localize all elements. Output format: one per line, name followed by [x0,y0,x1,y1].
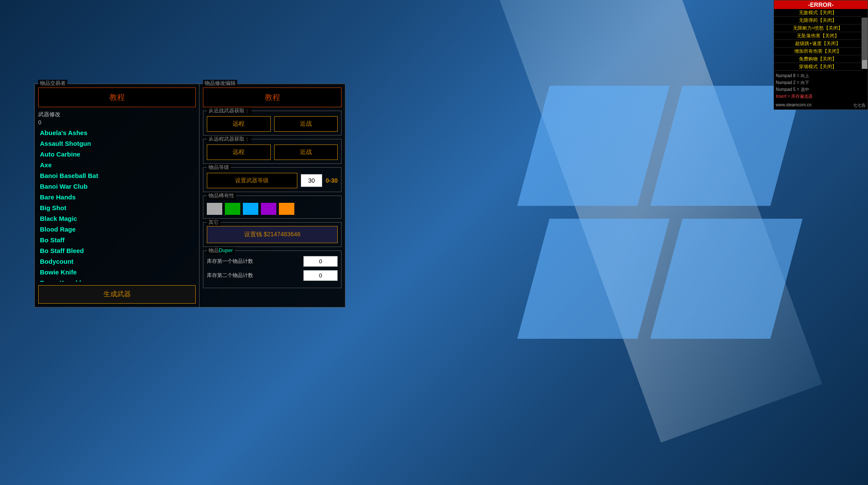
set-money-button[interactable]: 设置钱 $2147483646 [207,226,338,243]
melee-section-label: 从近战武器获取： [207,107,251,114]
weapon-item-5[interactable]: Banoi War Club [38,181,196,192]
key-down: Numpad 2 = 向下 [776,79,866,86]
right-panel: 物品修改编辑 教程 从近战武器获取： 远程 近战 从远程武器获取： 远程 近战 … [200,84,345,307]
weapon-item-10[interactable]: Bo Staff [38,235,196,245]
win-logo-sq3 [517,219,669,339]
right-tutorial-button[interactable]: 教程 [203,87,342,107]
error-keys: Numpad 8 = 向上 Numpad 2 = 向下 Numpad 5 = 选… [774,71,868,102]
weapon-item-7[interactable]: Big Shot [38,202,196,213]
duper-label-text: 物品 [209,247,219,253]
level-row: 设置武器等级 0-30 [207,173,338,188]
menu-item-wall[interactable]: 穿墙模式【关闭】 [774,63,862,71]
duper-slot1-label: 库存第一个物品计数 [207,258,300,265]
main-panel: 物品交易者 教程 武器修改 0 Abuela's Ashes Assault S… [34,84,345,307]
weapon-item-2[interactable]: Auto Carbine [38,149,196,160]
rarity-btn-orange[interactable] [279,203,294,215]
left-panel-title: 物品交易者 [38,80,67,87]
weapon-item-0[interactable]: Abuela's Ashes [38,127,196,138]
weapon-list-container: Abuela's Ashes Assault Shotgun Auto Carb… [38,127,196,282]
duper-slot1-row: 库存第一个物品计数 [207,256,338,267]
rarity-btn-purple[interactable] [261,203,276,215]
level-section: 物品等级 设置武器等级 0-30 [203,167,342,192]
duper-label-accent: Duper [219,247,233,253]
key-select: Numpad 5 = 选中 [776,86,866,93]
rarity-section-label: 物品稀有性 [207,192,236,199]
ranged-section-label: 从远程武器获取： [207,136,251,143]
error-scrollbar[interactable] [862,18,868,69]
menu-item-fall[interactable]: 无坠落伤害【关闭】 [774,32,862,40]
melee-remote-button[interactable]: 远程 [207,116,271,132]
ranged-btn-row: 远程 近战 [207,145,338,160]
weapon-item-14[interactable]: Brass Knuckles [38,277,196,282]
menu-item-shop[interactable]: 免费购物【关闭】 [774,55,862,63]
menu-item-ammo[interactable]: 无限弹药【关闭】 [774,17,862,24]
menu-item-damage[interactable]: 增加所有伤害【关闭】 [774,48,862,55]
duper-slot2-input[interactable] [303,270,338,281]
weapon-mod-label: 武器修改 [38,111,196,118]
other-section: 其它 设置钱 $2147483646 [203,222,342,247]
menu-item-godmode[interactable]: 无敌模式【关闭】 [774,9,862,17]
weapon-item-12[interactable]: Bodycount [38,256,196,267]
duper-slot2-row: 库存第二个物品计数 [207,270,338,281]
ranged-remote-button[interactable]: 远程 [207,145,271,160]
ranged-melee-button[interactable]: 近战 [274,145,338,160]
weapon-item-8[interactable]: Black Magic [38,213,196,224]
melee-melee-button[interactable]: 近战 [274,116,338,132]
ranged-section: 从远程武器获取： 远程 近战 [203,139,342,164]
rarity-btn-green[interactable] [225,203,240,215]
error-panel: -ERROR- 无敌模式【关闭】 无限弹药【关闭】 无限耐力+愤怒【关闭】 无坠… [774,0,868,110]
left-panel: 物品交易者 教程 武器修改 0 Abuela's Ashes Assault S… [34,84,200,307]
weapon-item-3[interactable]: Axe [38,160,196,170]
weapon-item-1[interactable]: Assault Shotgun [38,138,196,149]
key-up: Numpad 8 = 向上 [776,72,866,79]
menu-item-stamina[interactable]: 无限耐力+愤怒【关闭】 [774,24,862,32]
generate-weapon-button[interactable]: 生成武器 [38,285,196,304]
menu-item-jump[interactable]: 超级跳+速度【关闭】 [774,40,862,48]
weapon-item-9[interactable]: Blood Rage [38,224,196,235]
weapon-item-13[interactable]: Bowie Knife [38,267,196,277]
melee-section: 从近战武器获取： 远程 近战 [203,111,342,136]
right-panel-title: 物品修改编辑 [203,80,237,87]
left-tutorial-button[interactable]: 教程 [38,87,196,107]
rarity-btn-grey[interactable] [207,203,222,215]
set-level-button[interactable]: 设置武器等级 [207,173,297,188]
weapon-item-4[interactable]: Banoi Baseball Bat [38,170,196,181]
windows-logo [533,86,834,365]
rarity-section: 物品稀有性 [203,196,342,219]
win-logo-sq4 [650,219,802,339]
level-section-label: 物品等级 [207,164,231,171]
weapon-item-11[interactable]: Bo Staff Bleed [38,245,196,256]
website-url: www.steamcom.cn [776,102,811,108]
weapon-item-6[interactable]: Bare Hands [38,192,196,202]
weapon-mod-count: 0 [38,119,196,126]
other-section-label: 其它 [207,219,221,226]
duper-slot1-input[interactable] [303,256,338,267]
duper-section: 物品Duper 库存第一个物品计数 库存第二个物品计数 [203,250,342,288]
error-title: -ERROR- [774,0,868,9]
level-range-label: 0-30 [326,177,338,184]
rarity-btn-blue[interactable] [243,203,258,215]
duper-slot2-label: 库存第二个物品计数 [207,272,300,279]
win-logo-sq1 [517,86,669,206]
duper-title: 物品Duper [207,247,235,254]
error-footer: www.steamcom.cn 七七告 [774,102,868,109]
weapon-list[interactable]: Abuela's Ashes Assault Shotgun Auto Carb… [38,127,196,282]
level-input[interactable] [301,174,322,187]
melee-btn-row: 远程 近战 [207,116,338,132]
rarity-row [207,203,338,215]
error-scrollbar-thumb[interactable] [862,60,867,69]
key-insert: Insert = 库存遍选器 [776,93,866,100]
version-label: 七七告 [853,102,866,108]
